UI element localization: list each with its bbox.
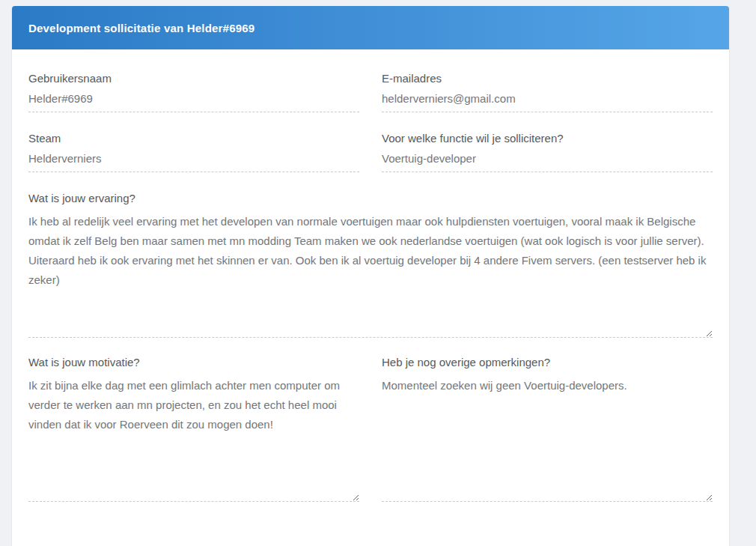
opmerkingen-label: Heb je nog overige opmerkingen?	[382, 356, 713, 368]
field-row-2: Steam Voor welke functie wil je sollicit…	[28, 132, 713, 172]
field-row-1: Gebruikersnaam E-mailadres	[28, 72, 713, 112]
opmerkingen-textarea[interactable]: Momenteel zoeken wij geen Voertuig-devel…	[382, 376, 713, 502]
emailadres-input[interactable]	[382, 92, 713, 112]
steam-input[interactable]	[28, 152, 359, 172]
gebruikersnaam-label: Gebruikersnaam	[28, 72, 359, 85]
motivatie-textarea[interactable]: Ik zit bijna elke dag met een glimlach a…	[28, 376, 359, 502]
functie-label: Voor welke functie wil je solliciteren?	[382, 132, 713, 145]
field-opmerkingen: Heb je nog overige opmerkingen? Momentee…	[382, 356, 713, 502]
field-ervaring: Wat is jouw ervaring? Ik heb al redelijk…	[28, 192, 713, 338]
field-row-4: Wat is jouw motivatie? Ik zit bijna elke…	[28, 356, 713, 502]
field-gebruikersnaam: Gebruikersnaam	[28, 72, 359, 112]
field-motivatie: Wat is jouw motivatie? Ik zit bijna elke…	[28, 356, 359, 502]
application-card: Development sollicitatie van Helder#6969…	[12, 6, 729, 546]
motivatie-label: Wat is jouw motivatie?	[28, 356, 359, 368]
card-body: Gebruikersnaam E-mailadres Steam Voor we…	[12, 49, 729, 546]
ervaring-label: Wat is jouw ervaring?	[28, 192, 713, 204]
field-steam: Steam	[28, 132, 359, 172]
field-functie: Voor welke functie wil je solliciteren?	[382, 132, 713, 172]
emailadres-label: E-mailadres	[382, 72, 713, 85]
functie-input[interactable]	[382, 152, 713, 172]
card-header: Development sollicitatie van Helder#6969	[12, 6, 729, 49]
page-title: Development sollicitatie van Helder#6969	[28, 22, 254, 34]
field-emailadres: E-mailadres	[382, 72, 713, 112]
gebruikersnaam-input[interactable]	[28, 92, 359, 112]
ervaring-textarea[interactable]: Ik heb al redelijk veel ervaring met het…	[28, 212, 713, 338]
steam-label: Steam	[28, 132, 359, 145]
